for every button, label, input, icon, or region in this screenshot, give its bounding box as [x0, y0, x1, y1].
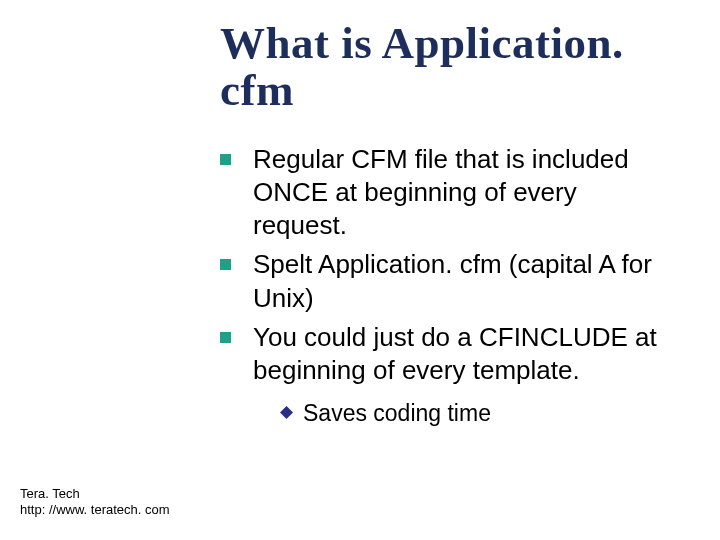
footer-org: Tera. Tech — [20, 486, 170, 502]
list-item: Spelt Application. cfm (capital A for Un… — [220, 248, 660, 315]
square-bullet-icon — [220, 332, 231, 343]
diamond-bullet-icon — [280, 406, 293, 419]
square-bullet-icon — [220, 259, 231, 270]
footer-url: http: //www. teratech. com — [20, 502, 170, 518]
sub-bullet-list: Saves coding time — [280, 399, 660, 429]
sub-bullet-text: Saves coding time — [303, 399, 491, 429]
bullet-text: Regular CFM file that is included ONCE a… — [253, 143, 660, 243]
list-item: You could just do a CFINCLUDE at beginni… — [220, 321, 660, 388]
list-item: Saves coding time — [280, 399, 660, 429]
footer: Tera. Tech http: //www. teratech. com — [20, 486, 170, 519]
bullet-text: Spelt Application. cfm (capital A for Un… — [253, 248, 660, 315]
square-bullet-icon — [220, 154, 231, 165]
bullet-text: You could just do a CFINCLUDE at beginni… — [253, 321, 660, 388]
slide: What is Application. cfm Regular CFM fil… — [0, 0, 720, 540]
page-title: What is Application. cfm — [220, 20, 660, 115]
bullet-list: Regular CFM file that is included ONCE a… — [220, 143, 660, 388]
svg-marker-0 — [280, 406, 293, 419]
list-item: Regular CFM file that is included ONCE a… — [220, 143, 660, 243]
